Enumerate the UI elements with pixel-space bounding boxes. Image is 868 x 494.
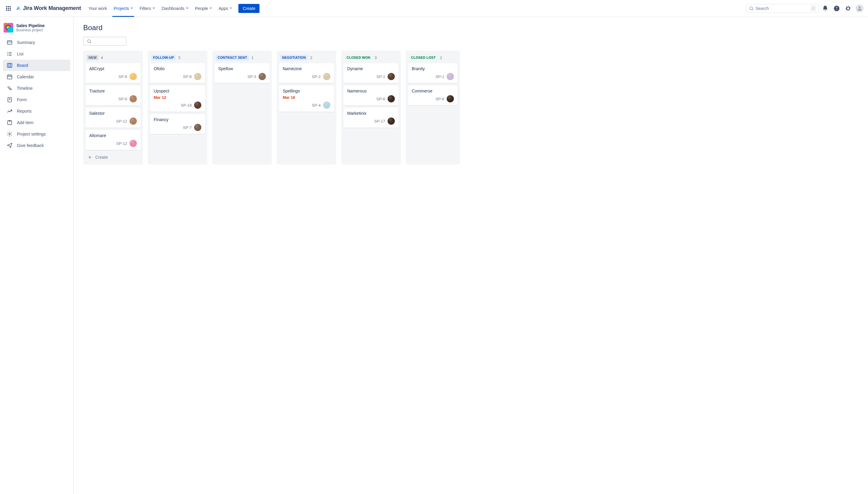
column-header[interactable]: NEW4 — [86, 53, 141, 63]
board-search[interactable] — [83, 37, 127, 46]
assignee-avatar[interactable] — [388, 95, 395, 102]
assignee-avatar[interactable] — [323, 101, 330, 109]
create-card-button[interactable]: Create — [86, 152, 141, 162]
card[interactable]: TractureSP-8 — [86, 86, 141, 106]
sidebar-item-reports[interactable]: Reports — [3, 106, 70, 117]
card-key: SP-6 — [436, 97, 444, 101]
board-icon — [7, 62, 13, 69]
assignee-avatar[interactable] — [194, 73, 201, 80]
assignee-avatar[interactable] — [194, 124, 201, 131]
svg-line-30 — [90, 42, 91, 43]
app-switcher-icon — [6, 6, 11, 11]
svg-point-28 — [9, 133, 11, 135]
column-count: 2 — [440, 55, 442, 60]
assignee-avatar[interactable] — [130, 95, 137, 102]
card-footer: SP-1 — [347, 73, 395, 80]
project-icon — [4, 23, 13, 33]
card-title: Spellingo — [283, 89, 330, 93]
card-title: Marketinix — [347, 111, 395, 116]
card[interactable]: SpellowSP-3 — [215, 63, 270, 83]
card-due-date: Mar 16 — [283, 95, 330, 100]
sidebar-item-add-item[interactable]: Add item — [3, 117, 70, 128]
sidebar-item-calendar[interactable]: Calendar — [3, 71, 70, 82]
card-key: SP-6 — [183, 74, 192, 79]
card[interactable]: UpspectMar 12SP-18 — [150, 86, 205, 112]
card[interactable]: OfolioSP-6 — [150, 63, 205, 83]
assignee-avatar[interactable] — [130, 73, 137, 80]
nav-item-people[interactable]: People — [192, 4, 215, 13]
nav-item-filters[interactable]: Filters — [137, 4, 157, 13]
nav-item-your-work[interactable]: Your work — [86, 4, 110, 13]
column-count: 3 — [375, 55, 377, 60]
column-header[interactable]: FOLLOW-UP3 — [150, 53, 205, 63]
card[interactable]: SalestorSP-12 — [86, 108, 141, 128]
card[interactable]: BranitySP-1 — [408, 63, 458, 83]
settings-button[interactable] — [843, 4, 853, 13]
sidebar-item-label: Project settings — [17, 132, 46, 136]
column-header[interactable]: CONTRACT SENT1 — [215, 53, 270, 63]
column-header[interactable]: CLOSED WON3 — [344, 53, 399, 63]
app-switcher-button[interactable] — [4, 4, 13, 13]
sidebar-item-give-feedback[interactable]: Give feedback — [3, 140, 70, 151]
card-due-date: Mar 12 — [154, 95, 201, 100]
search-input[interactable] — [756, 6, 811, 11]
card[interactable]: AltCryptSP-8 — [86, 63, 141, 83]
nav-item-label: Dashboards — [162, 6, 184, 11]
help-button[interactable] — [832, 4, 842, 13]
column-title: CLOSED LOST — [409, 55, 438, 60]
assignee-avatar[interactable] — [323, 73, 330, 80]
svg-point-9 — [7, 52, 8, 53]
sidebar-item-form[interactable]: Form — [3, 94, 70, 106]
card[interactable]: SpellingoMar 16SP-4 — [279, 86, 334, 112]
assignee-avatar[interactable] — [130, 140, 137, 147]
assignee-avatar[interactable] — [194, 101, 201, 109]
settings-icon — [7, 131, 13, 137]
sidebar-item-project-settings[interactable]: Project settings — [3, 128, 70, 140]
sidebar-item-list[interactable]: List — [3, 48, 70, 60]
assignee-avatar[interactable] — [388, 73, 395, 80]
card[interactable]: NamezineSP-2 — [279, 63, 334, 83]
card-footer: SP-12 — [89, 117, 137, 125]
card-footer: SP-7 — [154, 124, 201, 131]
card[interactable]: AltomareSP-12 — [86, 130, 141, 150]
assignee-avatar[interactable] — [130, 117, 137, 125]
card[interactable]: DynameSP-1 — [344, 63, 399, 83]
column-header[interactable]: NEGOTIATION2 — [279, 53, 334, 63]
column-closed-won: CLOSED WON3DynameSP-1NamerousSP-6Marketi… — [341, 51, 401, 165]
column-title: CONTRACT SENT — [216, 55, 249, 60]
list-icon — [7, 51, 13, 57]
assignee-avatar[interactable] — [447, 73, 454, 80]
card[interactable]: MarketinixSP-17 — [344, 108, 399, 128]
nav-item-dashboards[interactable]: Dashboards — [159, 4, 191, 13]
card[interactable]: FinancySP-7 — [150, 114, 205, 134]
create-button[interactable]: Create — [238, 4, 259, 13]
assignee-avatar[interactable] — [447, 95, 454, 102]
column-count: 2 — [310, 55, 312, 60]
card[interactable]: CommerseSP-6 — [408, 86, 458, 106]
project-header[interactable]: Sales Pipeline Business project — [3, 22, 70, 37]
column-new: NEW4AltCryptSP-8TractureSP-8SalestorSP-1… — [83, 51, 143, 165]
reports-icon — [7, 108, 13, 114]
assignee-avatar[interactable] — [388, 117, 395, 125]
column-header[interactable]: CLOSED LOST2 — [408, 53, 458, 63]
profile-button[interactable] — [855, 4, 864, 13]
sidebar-item-timeline[interactable]: Timeline — [3, 82, 70, 94]
product-logo[interactable]: Jira Work Management — [15, 5, 81, 12]
sidebar-item-summary[interactable]: Summary — [3, 37, 70, 48]
global-search[interactable]: / — [746, 4, 818, 13]
nav-item-apps[interactable]: Apps — [216, 4, 235, 13]
card-title: Ofolio — [154, 66, 201, 71]
column-title: CLOSED WON — [345, 55, 372, 60]
card-key: SP-12 — [116, 141, 127, 146]
nav-item-label: Projects — [114, 6, 129, 11]
notifications-button[interactable] — [820, 4, 830, 13]
card[interactable]: NamerousSP-6 — [344, 86, 399, 106]
create-card-label: Create — [95, 155, 108, 160]
nav-item-projects[interactable]: Projects — [111, 4, 135, 13]
assignee-avatar[interactable] — [259, 73, 266, 80]
search-icon — [749, 6, 754, 11]
card-title: Namerous — [347, 89, 395, 93]
sidebar-item-board[interactable]: Board — [3, 60, 70, 71]
column-count: 4 — [101, 55, 103, 60]
card-key: SP-18 — [181, 103, 192, 108]
